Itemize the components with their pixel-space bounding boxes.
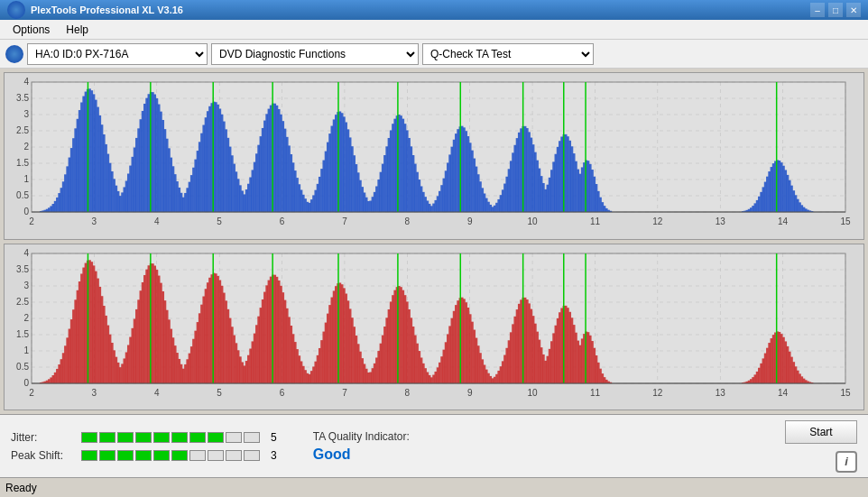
- close-button[interactable]: ✕: [846, 3, 861, 17]
- meter-segment: [153, 450, 170, 461]
- top-chart-panel: [4, 72, 864, 240]
- app-icon: [7, 1, 25, 19]
- meter-segment: [135, 432, 152, 443]
- menu-help[interactable]: Help: [59, 22, 96, 38]
- meter-segment: [99, 450, 115, 461]
- ta-section: TA Quality Indicator: Good: [313, 430, 410, 463]
- bottom-chart-area: [5, 244, 863, 410]
- meter-segment: [189, 450, 206, 461]
- meter-segment: [135, 450, 152, 461]
- meter-segment: [81, 432, 97, 443]
- status-text: Ready: [5, 482, 37, 494]
- function-select[interactable]: DVD Diagnostic Functions: [211, 43, 419, 65]
- drive-icon: [5, 45, 23, 63]
- menu-options[interactable]: Options: [5, 22, 57, 38]
- peak-shift-value: 3: [271, 449, 277, 462]
- title-bar-left: PlexTools Professional XL V3.16: [7, 1, 183, 19]
- title-bar-controls: – □ ✕: [810, 3, 861, 17]
- jitter-value: 5: [271, 431, 277, 444]
- bottom-chart-panel: [4, 244, 864, 411]
- test-select[interactable]: Q-Check TA Test: [422, 43, 594, 65]
- meter-segment: [153, 432, 170, 443]
- meter-segment: [226, 450, 242, 461]
- jitter-row: Jitter: 5: [11, 431, 277, 444]
- toolbar: HA:0 ID:0 PX-716A DVD Diagnostic Functio…: [0, 40, 868, 69]
- meter-segment: [208, 432, 224, 443]
- meter-segment: [226, 432, 242, 443]
- menu-bar: Options Help: [0, 20, 868, 40]
- meter-segment: [81, 450, 97, 461]
- maximize-button[interactable]: □: [828, 3, 843, 17]
- meter-segment: [99, 432, 115, 443]
- metrics-section: Jitter: 5 Peak Shift: 3: [11, 431, 277, 462]
- bottom-bar: Jitter: 5 Peak Shift: 3 TA Quality Indic…: [0, 414, 868, 477]
- meter-segment: [189, 432, 206, 443]
- app-title: PlexTools Professional XL V3.16: [31, 5, 183, 15]
- jitter-label: Jitter:: [11, 431, 74, 444]
- meter-segment: [244, 432, 260, 443]
- top-chart-canvas: [5, 73, 863, 239]
- meter-segment: [117, 432, 134, 443]
- minimize-button[interactable]: –: [810, 3, 825, 17]
- peak-shift-label: Peak Shift:: [11, 449, 74, 462]
- drive-select[interactable]: HA:0 ID:0 PX-716A: [27, 43, 208, 65]
- main-content: [0, 69, 868, 414]
- info-button[interactable]: i: [836, 451, 857, 473]
- meter-segment: [244, 450, 260, 461]
- peak-shift-meter: [81, 450, 260, 461]
- start-section: Start i: [785, 420, 857, 473]
- ta-value: Good: [313, 446, 351, 463]
- meter-segment: [171, 432, 188, 443]
- status-bar: Ready: [0, 477, 868, 497]
- peak-shift-row: Peak Shift: 3: [11, 449, 277, 462]
- meter-segment: [117, 450, 134, 461]
- start-button[interactable]: Start: [785, 420, 857, 444]
- jitter-meter: [81, 432, 260, 443]
- drive-selector-group: HA:0 ID:0 PX-716A: [5, 43, 208, 65]
- top-chart-area: [5, 73, 863, 239]
- meter-segment: [171, 450, 188, 461]
- bottom-chart-canvas: [5, 244, 863, 410]
- meter-segment: [208, 450, 224, 461]
- ta-label: TA Quality Indicator:: [313, 430, 410, 443]
- title-bar: PlexTools Professional XL V3.16 – □ ✕: [0, 0, 868, 20]
